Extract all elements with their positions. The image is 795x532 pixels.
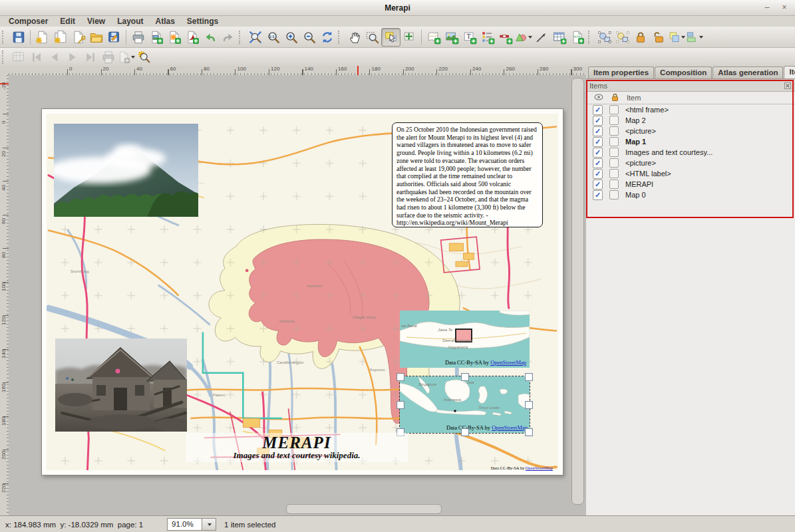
raise-items-button[interactable]	[667, 29, 685, 46]
lock-checkbox[interactable]	[609, 169, 619, 178]
undo-button[interactable]	[201, 29, 219, 46]
redo-button[interactable]	[219, 29, 237, 46]
selection-handle-se[interactable]	[525, 428, 533, 436]
item-row[interactable]: ✓Map 2	[586, 115, 795, 126]
lock-checkbox[interactable]	[609, 190, 619, 200]
duplicate-composition-button[interactable]	[51, 29, 69, 46]
item-row[interactable]: ✓Map 1	[586, 136, 795, 147]
print-button[interactable]	[129, 29, 147, 46]
select-move-item-button[interactable]	[381, 28, 400, 47]
tab-composition[interactable]: Composition	[655, 66, 712, 78]
merapi-label-item[interactable]: MERAPI Images and text courtesy wikipedi…	[186, 433, 408, 462]
export-pdf-button[interactable]	[183, 29, 201, 46]
item-row[interactable]: ✓Images and text courtesy...	[586, 147, 795, 158]
add-table-button[interactable]	[550, 29, 568, 46]
zoom-out-button[interactable]	[300, 29, 318, 46]
minimize-button[interactable]: –	[762, 2, 772, 13]
item-row[interactable]: ✓<HTML label>	[586, 168, 795, 179]
menu-view[interactable]: View	[81, 17, 111, 26]
horizontal-scrollbar-thumb[interactable]	[286, 504, 442, 514]
composer-manager-button[interactable]	[69, 29, 87, 46]
unlock-items-button[interactable]	[649, 29, 667, 46]
lock-checkbox[interactable]	[609, 105, 619, 114]
html-frame-item[interactable]: On 25 October 2010 the Indonesian govern…	[392, 122, 543, 227]
menu-layout[interactable]: Layout	[111, 17, 149, 26]
lock-checkbox[interactable]	[609, 137, 619, 146]
panel-close-icon[interactable]	[784, 82, 792, 90]
ungroup-items-button[interactable]	[613, 29, 631, 46]
toolbar-handle[interactable]	[2, 51, 7, 64]
lock-checkbox[interactable]	[609, 158, 619, 168]
visibility-checkbox[interactable]: ✓	[593, 169, 603, 179]
export-image-button[interactable]	[147, 29, 165, 46]
menu-settings[interactable]: Settings	[181, 17, 224, 26]
add-html-frame-button[interactable]: </>	[568, 29, 586, 46]
lock-checkbox[interactable]	[609, 126, 619, 136]
atlas-first-button[interactable]	[27, 49, 45, 66]
zoom-actual-button[interactable]: 1:1	[264, 29, 282, 46]
atlas-next-button[interactable]	[63, 49, 81, 66]
atlas-last-button[interactable]	[81, 49, 99, 66]
zoom-level-value[interactable]: 91.0%	[167, 518, 202, 531]
visibility-checkbox[interactable]: ✓	[593, 158, 603, 168]
preview-atlas-button[interactable]	[9, 49, 27, 66]
lock-checkbox[interactable]	[609, 116, 619, 125]
zoom-region-button[interactable]	[363, 29, 381, 46]
atlas-prev-button[interactable]	[45, 49, 63, 66]
lock-checkbox[interactable]	[609, 180, 619, 189]
align-items-button[interactable]	[685, 29, 703, 46]
item-row[interactable]: ✓<picture>	[586, 158, 795, 168]
selection-handle-ne[interactable]	[525, 373, 533, 381]
visibility-checkbox[interactable]: ✓	[593, 148, 603, 158]
visibility-checkbox[interactable]: ✓	[593, 105, 603, 115]
export-svg-button[interactable]	[165, 29, 183, 46]
toolbar-handle[interactable]	[588, 31, 593, 44]
print-atlas-button[interactable]	[99, 49, 117, 66]
refresh-button[interactable]	[318, 29, 336, 46]
visibility-checkbox[interactable]: ✓	[593, 180, 603, 190]
lock-items-button[interactable]	[631, 29, 649, 46]
tab-atlas-generation[interactable]: Atlas generation	[713, 66, 783, 78]
vertical-scrollbar-thumb[interactable]	[571, 78, 584, 505]
tab-items[interactable]: Items	[784, 66, 795, 78]
save-as-button[interactable]	[105, 29, 123, 46]
toolbar-handle[interactable]	[239, 31, 244, 44]
map1-item-selected[interactable]: Singapore...ysiaIndonesiaTimor-Leste Dat…	[400, 376, 530, 433]
open-button[interactable]	[87, 29, 105, 46]
add-image-button[interactable]	[442, 29, 460, 46]
composer-canvas[interactable]: SrumbungKemirenGirikertoGlagah HarjoKepu…	[9, 75, 586, 515]
pan-button[interactable]	[345, 29, 363, 46]
menu-composer[interactable]: Composer	[3, 17, 54, 26]
add-legend-button[interactable]	[478, 29, 496, 46]
move-content-button[interactable]	[400, 29, 418, 46]
visibility-checkbox[interactable]: ✓	[593, 116, 603, 126]
zoom-full-button[interactable]	[246, 29, 264, 46]
export-atlas-button[interactable]	[117, 49, 135, 66]
item-row[interactable]: ✓<picture>	[586, 126, 795, 136]
tab-item-properties[interactable]: Item properties	[588, 66, 654, 78]
visibility-checkbox[interactable]: ✓	[593, 190, 603, 200]
picture-volcano-item[interactable]	[54, 124, 198, 217]
zoom-level-combo[interactable]: 91.0%	[167, 518, 216, 531]
save-button[interactable]	[9, 29, 27, 46]
selection-handle-n[interactable]	[461, 373, 469, 381]
lock-checkbox[interactable]	[609, 148, 619, 157]
selection-handle-e[interactable]	[525, 401, 533, 409]
atlas-settings-button[interactable]	[135, 49, 153, 66]
composition-page[interactable]: SrumbungKemirenGirikertoGlagah HarjoKepu…	[41, 108, 563, 475]
zoom-in-button[interactable]	[282, 29, 300, 46]
picture-house-item[interactable]	[55, 338, 187, 432]
group-items-button[interactable]	[595, 29, 613, 46]
map2-item[interactable]: wa BaratJawa TeDaerah IstimewaYogyakarta…	[400, 311, 530, 368]
new-composition-button[interactable]	[33, 29, 51, 46]
selection-handle-w[interactable]	[397, 401, 404, 409]
add-map-button[interactable]	[424, 29, 442, 46]
visibility-checkbox[interactable]: ✓	[593, 137, 603, 147]
item-row[interactable]: ✓<html frame>	[586, 104, 795, 115]
add-shape-button[interactable]	[514, 29, 532, 46]
item-row[interactable]: ✓MERAPI	[586, 179, 795, 190]
add-label-button[interactable]: T	[460, 29, 478, 46]
menu-atlas[interactable]: Atlas	[150, 17, 181, 26]
toolbar-handle[interactable]	[2, 31, 7, 44]
visibility-checkbox[interactable]: ✓	[593, 126, 603, 136]
